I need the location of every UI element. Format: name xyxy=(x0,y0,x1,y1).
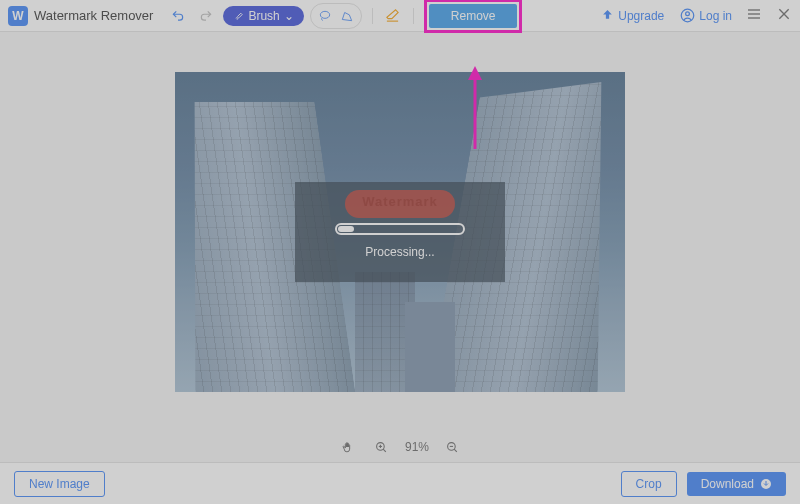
lasso-icon[interactable] xyxy=(315,6,335,26)
brush-tool-button[interactable]: Brush ⌄ xyxy=(223,6,303,26)
bottom-bar: New Image Crop Download xyxy=(0,462,800,504)
divider xyxy=(372,8,373,24)
new-image-button[interactable]: New Image xyxy=(14,471,105,497)
building-graphic xyxy=(405,302,455,392)
zoom-percent: 91% xyxy=(405,440,429,454)
image-preview[interactable]: Watermark Processing... xyxy=(175,72,625,392)
remove-button[interactable]: Remove xyxy=(429,4,518,28)
crop-button[interactable]: Crop xyxy=(621,471,677,497)
chevron-down-icon: ⌄ xyxy=(284,9,294,23)
app-title: Watermark Remover xyxy=(34,8,153,23)
svg-marker-9 xyxy=(468,66,482,80)
annotation-arrow-icon xyxy=(465,64,485,154)
svg-point-0 xyxy=(320,11,329,18)
processing-status: Processing... xyxy=(365,245,434,259)
download-icon xyxy=(760,478,772,490)
upgrade-button[interactable]: Upgrade xyxy=(601,9,664,23)
brush-label: Brush xyxy=(248,9,279,23)
svg-line-16 xyxy=(454,449,457,452)
progress-fill xyxy=(338,226,354,232)
redo-icon[interactable] xyxy=(195,5,217,27)
undo-icon[interactable] xyxy=(167,5,189,27)
app-logo-icon: W xyxy=(8,6,28,26)
hamburger-icon[interactable] xyxy=(746,6,762,26)
svg-point-2 xyxy=(686,12,690,16)
upgrade-label: Upgrade xyxy=(618,9,664,23)
hand-icon[interactable] xyxy=(337,436,359,458)
top-toolbar: W Watermark Remover Brush ⌄ Remove Upgra… xyxy=(0,0,800,32)
divider xyxy=(413,8,414,24)
processing-overlay: Watermark Processing... xyxy=(295,182,505,282)
zoom-in-icon[interactable] xyxy=(371,436,393,458)
login-label: Log in xyxy=(699,9,732,23)
selection-tools xyxy=(310,3,362,29)
download-button[interactable]: Download xyxy=(687,472,786,496)
remove-button-highlight: Remove xyxy=(424,0,523,33)
zoom-controls: 91% xyxy=(0,432,800,462)
watermark-text: Watermark xyxy=(362,194,438,209)
polygon-icon[interactable] xyxy=(337,6,357,26)
login-button[interactable]: Log in xyxy=(680,8,732,23)
canvas-area: Watermark Processing... xyxy=(0,32,800,432)
progress-bar xyxy=(335,223,465,235)
zoom-out-icon[interactable] xyxy=(441,436,463,458)
close-icon[interactable] xyxy=(776,6,792,26)
svg-line-13 xyxy=(384,449,387,452)
eraser-icon[interactable] xyxy=(383,6,403,26)
download-label: Download xyxy=(701,477,754,491)
